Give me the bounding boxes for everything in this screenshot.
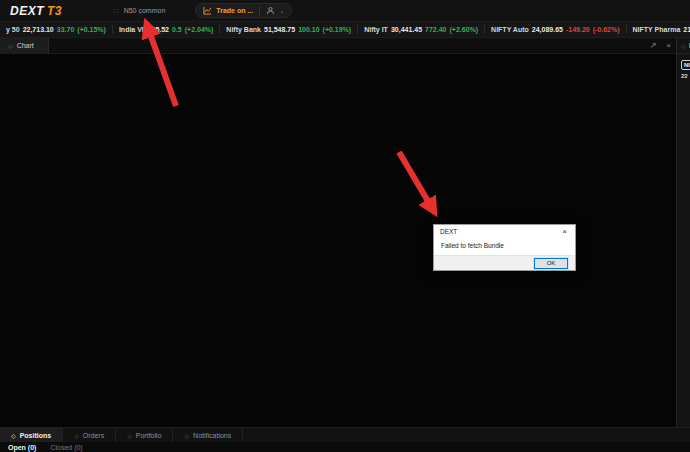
ticker-price: 25.52: [151, 26, 169, 33]
ticker-name: India VIX: [119, 26, 149, 33]
ticker-pct: (+2.04%): [185, 26, 214, 33]
tab-label: Orders: [83, 432, 104, 439]
ticker-price: 30,441.45: [391, 26, 422, 33]
chart-icon: [203, 6, 212, 15]
user-icon[interactable]: [266, 6, 275, 15]
workspace-label: N50 common: [124, 7, 166, 14]
positions-status-row: Open (0) Closed (0): [0, 442, 690, 452]
ticker-pct: (+0.19%): [323, 26, 352, 33]
dialog-titlebar[interactable]: DEXT ×: [434, 225, 575, 238]
tab-label: Portfolio: [136, 432, 162, 439]
tab-orders[interactable]: ◇ Orders: [63, 428, 116, 442]
error-dialog: DEXT × Failed to fetch Bundle OK: [433, 224, 576, 271]
chevron-down-icon[interactable]: ⌄: [279, 7, 284, 14]
symbol-price-partial: 22: [681, 73, 690, 79]
tab-label: Notifications: [193, 432, 231, 439]
dialog-close-icon[interactable]: ×: [560, 228, 569, 236]
grip-icon: ⸬: [114, 7, 120, 15]
ticker-name: NIFTY Auto: [491, 26, 529, 33]
ticker-price: 21,808.40: [683, 26, 690, 33]
symbol-chip[interactable]: NI: [681, 60, 690, 70]
tab-label: Positions: [20, 432, 52, 439]
tab-notifications[interactable]: ◇ Notifications: [173, 428, 243, 442]
logo-dext: DEXT: [10, 4, 44, 18]
ticker-change: -149.20: [566, 26, 590, 33]
closed-positions-filter[interactable]: Closed (0): [50, 444, 82, 451]
trade-on-button[interactable]: Trade on ... ⌄: [195, 3, 292, 18]
ok-button[interactable]: OK: [534, 258, 568, 269]
logo-t3: T3: [47, 4, 62, 18]
tab-icon: ◇: [74, 432, 79, 439]
ticker-niftybank[interactable]: Nifty Bank 51,548.75 100.10 (+0.19%): [220, 26, 357, 33]
index-ticker-strip: y 50 22,713.10 33.70 (+0.15%) India VIX …: [0, 22, 690, 38]
tab-icon: ◇: [11, 432, 16, 439]
close-icon[interactable]: ×: [661, 41, 676, 50]
expand-icon[interactable]: ↗: [645, 41, 662, 50]
ticker-name: Nifty IT: [364, 26, 388, 33]
trade-on-label: Trade on ...: [216, 7, 253, 14]
ticker-name: NIFTY Pharma: [633, 26, 681, 33]
tab-positions[interactable]: ◇ Positions: [0, 428, 63, 442]
ticker-change: 100.10: [298, 26, 319, 33]
dialog-footer: OK: [434, 255, 575, 270]
tab-icon: ◇: [681, 42, 686, 49]
ticker-name: Nifty Bank: [226, 26, 261, 33]
chart-tab-bar: ◇ Chart ↗ ×: [0, 38, 676, 54]
bottom-tab-bar: ◇ Positions ◇ Orders ◇ Portfolio ◇ Notif…: [0, 427, 690, 442]
ticker-indiavix[interactable]: India VIX 25.52 0.5 (+2.04%): [113, 26, 219, 33]
app-logo: DEXT T3: [10, 4, 62, 18]
tab-icon: ◇: [127, 432, 132, 439]
button-divider: [259, 6, 260, 15]
ticker-change: 0.5: [172, 26, 182, 33]
ticker-change: 772.40: [425, 26, 446, 33]
tab-portfolio[interactable]: ◇ Portfolio: [116, 428, 173, 442]
ticker-niftyit[interactable]: Nifty IT 30,441.45 772.40 (+2.60%): [358, 26, 484, 33]
top-header: DEXT T3 ⸬ N50 common Trade on ... ⌄: [0, 0, 690, 22]
ticker-price: 24,089.65: [532, 26, 563, 33]
tab-icon: ◇: [8, 42, 13, 49]
ticker-niftyauto[interactable]: NIFTY Auto 24,089.65 -149.20 (-0.62%): [485, 26, 625, 33]
right-panel-header-tab[interactable]: ◇ F: [677, 38, 690, 54]
tab-chart[interactable]: ◇ Chart: [0, 38, 49, 54]
ticker-pct: (+2.60%): [449, 26, 478, 33]
ticker-price: 22,713.10: [23, 26, 54, 33]
ticker-name: y 50: [6, 26, 20, 33]
ticker-pct: (-0.62%): [593, 26, 620, 33]
tab-chart-label: Chart: [17, 42, 34, 49]
ticker-nifty50[interactable]: y 50 22,713.10 33.70 (+0.15%): [0, 26, 112, 33]
ticker-change: 33.70: [57, 26, 75, 33]
right-watchlist-panel: ◇ F NI 22: [676, 38, 690, 428]
dialog-message: Failed to fetch Bundle: [434, 238, 575, 255]
dialog-title: DEXT: [440, 228, 560, 235]
open-positions-filter[interactable]: Open (0): [8, 444, 36, 451]
tab-icon: ◇: [184, 432, 189, 439]
workspace-selector[interactable]: ⸬ N50 common: [114, 7, 165, 15]
ticker-niftypharma[interactable]: NIFTY Pharma 21,808.40 -203.20 (-0.92%): [627, 26, 690, 33]
ticker-price: 51,548.75: [264, 26, 295, 33]
ticker-pct: (+0.15%): [77, 26, 106, 33]
trading-app-window: DEXT T3 ⸬ N50 common Trade on ... ⌄ y 50: [0, 0, 690, 452]
